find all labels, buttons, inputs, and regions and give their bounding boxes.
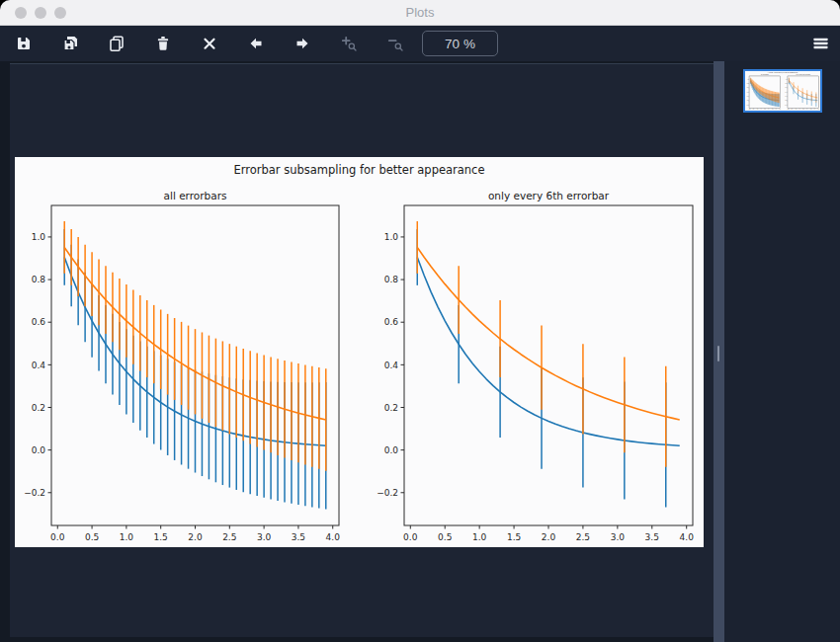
svg-text:2.0: 2.0 — [188, 532, 203, 542]
toolbar: 70 % — [0, 26, 840, 61]
close-all-icon — [202, 36, 217, 51]
svg-text:0.5: 0.5 — [85, 532, 99, 542]
svg-text:1.0: 1.0 — [472, 532, 487, 542]
thumbnail-figure-svg: Errorbar subsampling for better appearan… — [745, 71, 820, 111]
panel-splitter[interactable] — [714, 61, 724, 642]
svg-text:2.5: 2.5 — [576, 532, 590, 542]
svg-text:Errorbar subsampling for bette: Errorbar subsampling for better appearan… — [233, 163, 484, 177]
svg-text:3.5: 3.5 — [292, 532, 305, 542]
subplot-1: only every 6th errorbar0.00.51.01.52.02.… — [377, 190, 694, 542]
svg-text:0.0: 0.0 — [50, 532, 65, 542]
trash-icon — [155, 36, 171, 51]
save-all-plots-button[interactable] — [54, 30, 86, 57]
svg-text:3.0: 3.0 — [611, 532, 626, 542]
svg-text:0.6: 0.6 — [384, 317, 399, 327]
titlebar[interactable]: Plots — [0, 0, 840, 26]
svg-text:1.5: 1.5 — [154, 532, 168, 542]
subplot-0: all errorbars0.00.51.01.52.02.53.03.54.0… — [24, 190, 340, 542]
plot-thumbnail-image: Errorbar subsampling for better appearan… — [745, 71, 820, 111]
zoom-level-value: 70 % — [445, 37, 475, 51]
svg-text:1.5: 1.5 — [507, 532, 521, 542]
svg-text:3.0: 3.0 — [257, 532, 272, 542]
splitter-handle-icon — [717, 346, 719, 361]
svg-text:0.0: 0.0 — [384, 445, 399, 455]
zoom-level-box[interactable]: 70 % — [422, 31, 498, 56]
zoom-out-button[interactable] — [379, 30, 411, 57]
zoom-out-icon — [387, 36, 403, 51]
svg-text:all errorbars: all errorbars — [164, 190, 227, 201]
options-menu-button[interactable] — [804, 30, 836, 57]
remove-plot-button[interactable] — [147, 30, 179, 57]
svg-text:0.0: 0.0 — [403, 532, 418, 542]
svg-text:1.0: 1.0 — [384, 232, 399, 242]
svg-text:0.8: 0.8 — [384, 275, 399, 284]
arrow-left-icon — [248, 36, 264, 51]
plot-viewer-panel: Errorbar subsampling for better appearan… — [10, 63, 714, 637]
svg-text:0.5: 0.5 — [438, 532, 452, 542]
svg-text:1.0: 1.0 — [120, 532, 134, 542]
subplot-0: all errorbars0.00.51.01.52.02.53.03.54.0… — [746, 74, 781, 111]
svg-text:−0.2: −0.2 — [377, 488, 398, 498]
svg-text:−0.2: −0.2 — [24, 488, 45, 498]
svg-text:0.0: 0.0 — [32, 445, 46, 455]
svg-text:3.5: 3.5 — [645, 532, 659, 542]
svg-text:0.2: 0.2 — [384, 403, 398, 413]
previous-plot-button[interactable] — [240, 30, 272, 57]
next-plot-button[interactable] — [287, 30, 318, 57]
svg-text:1.0: 1.0 — [32, 232, 46, 242]
svg-text:4.0: 4.0 — [326, 532, 341, 542]
copy-icon — [109, 36, 125, 51]
window-title: Plots — [0, 0, 840, 26]
svg-text:0.8: 0.8 — [32, 275, 46, 284]
zoom-in-icon — [341, 36, 357, 51]
arrow-right-icon — [294, 36, 310, 51]
svg-text:only every 6th errorbar: only every 6th errorbar — [488, 190, 610, 201]
close-all-plots-button[interactable] — [194, 30, 225, 57]
svg-text:2.0: 2.0 — [542, 532, 556, 542]
plots-window: Plots — [0, 0, 840, 642]
svg-text:0.6: 0.6 — [32, 317, 46, 327]
plot-thumbnail-selected[interactable]: Errorbar subsampling for better appearan… — [743, 69, 822, 113]
subplot-1: only every 6th errorbar0.00.51.01.52.02.… — [785, 74, 820, 111]
copy-plot-button[interactable] — [101, 30, 132, 57]
save-all-icon — [62, 36, 78, 51]
svg-text:0.4: 0.4 — [384, 361, 399, 370]
svg-text:2.5: 2.5 — [222, 532, 236, 542]
thumbnails-sidebar: Errorbar subsampling for better appearan… — [724, 61, 840, 642]
save-icon — [16, 36, 32, 51]
save-plot-button[interactable] — [8, 30, 40, 57]
content-area: Errorbar subsampling for better appearan… — [0, 61, 840, 642]
svg-text:0.2: 0.2 — [32, 403, 45, 413]
hamburger-menu-icon — [812, 36, 829, 51]
matplotlib-figure: Errorbar subsampling for better appearan… — [15, 157, 704, 547]
svg-text:0.4: 0.4 — [32, 361, 46, 370]
svg-text:4.0: 4.0 — [680, 532, 695, 542]
zoom-in-button[interactable] — [333, 30, 365, 57]
figure-svg: Errorbar subsampling for better appearan… — [15, 157, 704, 547]
